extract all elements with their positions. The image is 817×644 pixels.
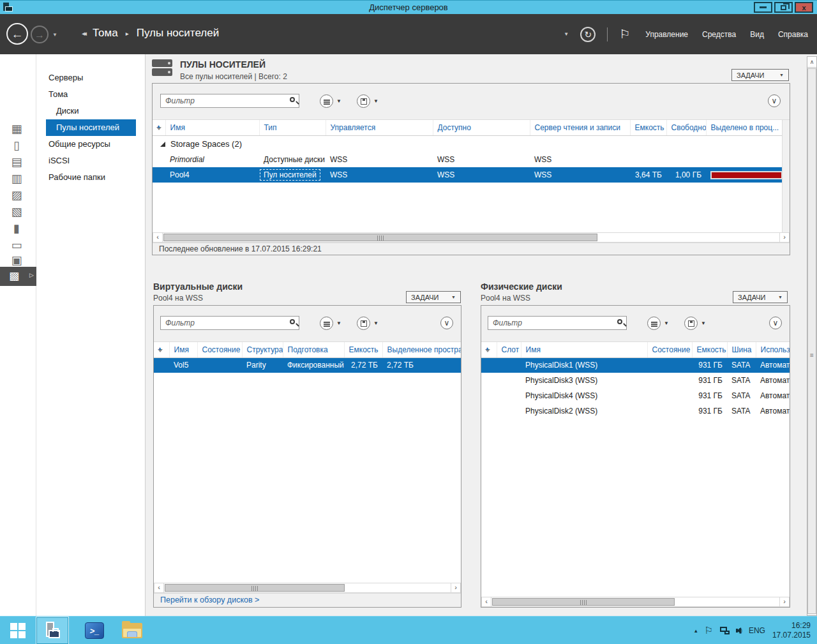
col-type[interactable]: Тип [259,120,326,135]
table-row[interactable]: Primordial Доступные диски WSS WSS WSS [153,152,782,167]
pd-listview-button[interactable]: ▼ [647,317,669,330]
taskbar-explorer-button[interactable] [117,617,147,644]
col-managed-by[interactable]: Управляется [326,120,433,135]
tray-show-hidden-icon[interactable]: ▴ [694,627,698,634]
pd-collapse-button[interactable]: ∨ [769,317,782,329]
col-allocated[interactable]: Выделенное пространство [382,342,461,357]
pools-tasks-button[interactable]: ЗАДАЧИ▼ [731,69,789,81]
clock[interactable]: 16:29 17.07.2015 [772,621,813,640]
vd-export-button[interactable]: ▼ [357,317,379,330]
scrollbar-thumb[interactable] [165,584,345,592]
col-name[interactable]: Имя [165,120,259,135]
pools-listview-button[interactable]: ▼ [320,94,341,108]
pools-horizontal-scrollbar[interactable]: ‹ › [153,232,790,243]
forward-button[interactable]: → [31,26,49,43]
bpa-icon[interactable]: ▣ [8,253,25,267]
performance-icon[interactable]: ▮ [8,221,25,236]
table-row-selected[interactable]: Pool4 Пул носителей WSS WSS WSS 3,64 ТБ … [153,167,782,183]
refresh-icon[interactable]: ↻ [580,27,596,42]
table-row[interactable]: PhysicalDisk3 (WSS) 931 ГБ SATA Автомати… [481,373,790,388]
col-capacity[interactable]: Емкость [630,120,666,135]
col-percent-allocated[interactable]: Выделено в проц... [706,120,782,135]
role-icon-4[interactable]: ▭ [8,238,25,252]
table-row[interactable]: PhysicalDisk2 (WSS) 931 ГБ SATA Автомати… [481,403,790,419]
vd-listview-button[interactable]: ▼ [320,317,341,330]
group-row[interactable]: Storage Spaces (2) [153,135,782,152]
scroll-right-icon[interactable]: › [779,233,789,242]
virtual-disks-tasks-button[interactable]: ЗАДАЧИ▼ [406,291,461,303]
sort-filter-header[interactable]: ▲ [153,120,165,135]
col-provisioning[interactable]: Подготовка [283,342,344,357]
breadcrumb-storage-pools[interactable]: Пулы носителей [137,27,219,40]
col-name[interactable]: Имя [521,342,647,357]
virtual-disks-filter-input[interactable] [160,316,299,330]
sidebar-item-iscsi[interactable]: iSCSI [36,153,145,169]
sidebar-item-volumes[interactable]: Тома [36,86,145,103]
col-usage[interactable]: Использование [756,342,790,357]
role-icon-3[interactable]: ▧ [8,205,25,219]
col-capacity[interactable]: Емкость [344,342,382,357]
sidebar-item-storage-pools[interactable]: Пулы носителей [46,119,136,136]
role-icon-2[interactable]: ▨ [8,188,25,202]
sort-filter-header[interactable]: ▲ [481,342,497,357]
breadcrumb-volumes[interactable]: Тома [93,27,118,40]
history-dropdown-icon[interactable]: ▼ [52,32,57,38]
col-capacity[interactable]: Емкость [692,342,727,357]
content-vertical-scrollbar[interactable]: ∧ [807,56,817,616]
scroll-right-icon[interactable]: › [451,583,460,592]
file-storage-services-icon[interactable]: ▩ ▷ [0,267,36,286]
back-button[interactable]: ← [6,23,28,45]
menu-help[interactable]: Справка [778,30,808,39]
nav-dropdown-icon[interactable]: ▼ [564,31,569,37]
start-button[interactable] [0,617,36,644]
all-servers-icon[interactable]: ▤ [8,155,25,169]
volume-icon[interactable]: )) [737,627,742,634]
physical-disks-tasks-button[interactable]: ЗАДАЧИ▼ [733,291,788,303]
col-slot[interactable]: Слот [497,342,521,357]
col-state[interactable]: Состояние [197,342,242,357]
col-available-to[interactable]: Доступно [433,120,530,135]
pools-vertical-scrollbar[interactable] [782,120,790,232]
col-rw-server[interactable]: Сервер чтения и записи [530,120,630,135]
disks-overview-link[interactable]: Перейти к обзору дисков > [154,593,461,607]
restore-button[interactable] [774,2,793,13]
scroll-left-icon[interactable]: ‹ [153,233,163,242]
role-icon-1[interactable]: ▥ [8,172,25,186]
network-icon[interactable] [720,627,730,634]
taskbar-powershell-button[interactable]: >_ [80,617,109,644]
sort-filter-header[interactable]: ▲ [154,342,169,357]
scroll-right-icon[interactable]: › [779,597,789,606]
pd-horizontal-scrollbar[interactable]: ‹ › [481,597,790,607]
sidebar-item-work-folders[interactable]: Рабочие папки [36,169,145,186]
scrollbar-thumb[interactable] [492,598,675,606]
menu-view[interactable]: Вид [750,30,764,39]
close-button[interactable]: x [795,2,813,13]
local-server-icon[interactable]: ▯ [8,139,25,153]
scroll-left-icon[interactable]: ‹ [154,583,164,592]
pools-export-button[interactable]: ▼ [357,94,379,108]
physical-disks-filter-input[interactable] [488,316,627,330]
pools-filter-input[interactable] [160,94,299,108]
col-free[interactable]: Свободно [666,120,706,135]
scroll-left-icon[interactable]: ‹ [482,597,491,606]
sidebar-item-servers[interactable]: Серверы [36,70,145,86]
col-bus[interactable]: Шина [727,342,756,357]
scrollbar-thumb[interactable] [163,234,597,241]
table-row-selected[interactable]: PhysicalDisk1 (WSS) 931 ГБ SATA Автомати… [481,357,790,373]
menu-tools[interactable]: Средства [702,30,736,39]
vd-collapse-button[interactable]: ∨ [440,317,453,329]
pd-export-button[interactable]: ▼ [684,317,706,330]
recent-pages-icon[interactable]: ◂◂ [82,29,85,38]
pools-collapse-button[interactable]: ∨ [768,94,781,107]
col-name[interactable]: Имя [169,342,197,357]
col-state[interactable]: Состояние [647,342,692,357]
table-row[interactable]: PhysicalDisk4 (WSS) 931 ГБ SATA Автомати… [481,388,790,403]
scrollbar-thumb[interactable] [807,68,816,614]
scroll-up-icon[interactable]: ∧ [807,57,816,68]
vd-horizontal-scrollbar[interactable]: ‹ › [154,583,461,593]
taskbar-server-manager-button[interactable] [36,617,69,644]
table-row-selected[interactable]: Vol5 Parity Фиксированный 2,72 ТБ 2,72 Т… [154,357,461,373]
notifications-flag-icon[interactable]: ⚐ [619,27,630,41]
language-indicator[interactable]: ENG [749,626,765,635]
sidebar-item-disks[interactable]: Диски [36,103,145,119]
